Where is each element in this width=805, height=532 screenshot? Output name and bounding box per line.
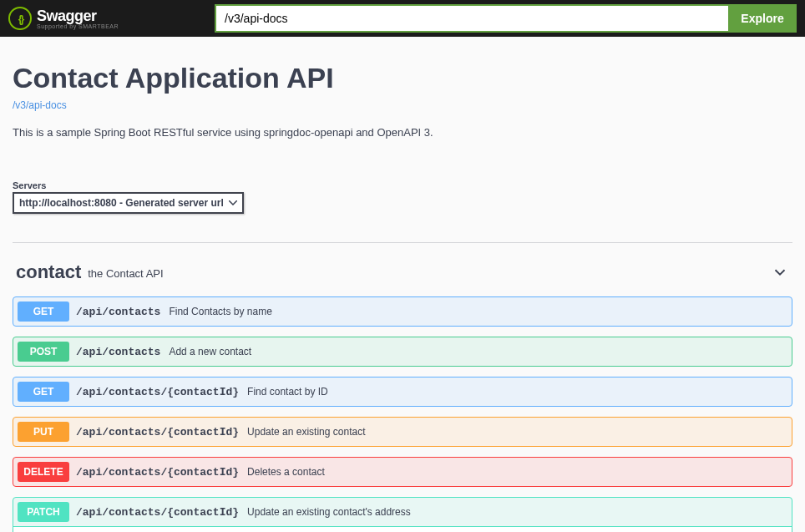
op-path: /api/contacts	[76, 306, 160, 318]
op-expanded-body: Parameters Try it out	[13, 526, 792, 532]
method-badge: PATCH	[18, 502, 69, 522]
op-path: /api/contacts/{contactId}	[76, 426, 239, 438]
api-description: This is a sample Spring Boot RESTful ser…	[13, 126, 792, 139]
tag-name: contact	[16, 261, 81, 283]
op-summary: Update an existing contact's address	[247, 506, 411, 518]
search-form: Explore	[215, 4, 797, 33]
op-get-contacts[interactable]: GET /api/contacts Find Contacts by name	[13, 296, 792, 327]
server-select[interactable]: http://localhost:8080 - Generated server…	[13, 192, 244, 214]
op-path: /api/contacts/{contactId}	[76, 466, 239, 479]
op-summary: Add a new contact	[169, 346, 251, 357]
op-path: /api/contacts	[76, 346, 160, 358]
method-badge: DELETE	[18, 462, 69, 482]
topbar: { } Swagger Supported by SMARTBEAR Explo…	[0, 0, 805, 37]
method-badge: GET	[18, 301, 69, 322]
swagger-logo-icon: { }	[8, 7, 32, 30]
op-summary: Find Contacts by name	[169, 306, 271, 317]
logo-text: Swagger	[37, 8, 119, 23]
method-badge: GET	[18, 382, 69, 402]
spec-url-input[interactable]	[215, 4, 728, 33]
chevron-down-icon	[771, 263, 789, 281]
logo-subtext: Supported by SMARTBEAR	[37, 23, 119, 29]
op-patch-contact[interactable]: PATCH /api/contacts/{contactId} Update a…	[13, 497, 792, 532]
op-path: /api/contacts/{contactId}	[76, 506, 239, 519]
op-summary: Deletes a contact	[247, 466, 325, 478]
op-summary: Update an existing contact	[247, 426, 365, 438]
tag-contact[interactable]: contact the Contact API	[13, 243, 792, 296]
op-path: /api/contacts/{contactId}	[76, 386, 239, 398]
method-badge: PUT	[18, 422, 69, 442]
method-badge: POST	[18, 342, 69, 362]
op-summary: Find contact by ID	[247, 386, 328, 398]
op-get-contact-by-id[interactable]: GET /api/contacts/{contactId} Find conta…	[13, 377, 792, 407]
op-put-contact[interactable]: PUT /api/contacts/{contactId} Update an …	[13, 417, 792, 447]
tag-description: the Contact API	[88, 267, 163, 280]
swagger-logo[interactable]: { } Swagger Supported by SMARTBEAR	[8, 7, 135, 30]
docs-link[interactable]: /v3/api-docs	[13, 99, 67, 111]
servers-label: Servers	[13, 180, 792, 190]
api-title: Contact Application API	[13, 62, 792, 94]
op-delete-contact[interactable]: DELETE /api/contacts/{contactId} Deletes…	[13, 457, 792, 487]
explore-button[interactable]: Explore	[728, 4, 797, 33]
op-post-contacts[interactable]: POST /api/contacts Add a new contact	[13, 337, 792, 367]
